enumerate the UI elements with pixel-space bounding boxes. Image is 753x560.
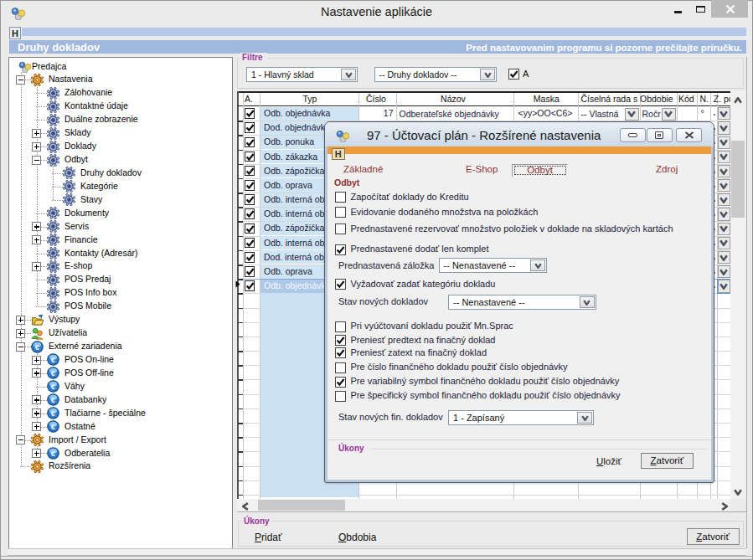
svg-text:€: € bbox=[51, 382, 56, 391]
svg-text:€: € bbox=[51, 368, 56, 378]
svg-text:€: € bbox=[51, 422, 56, 431]
svg-text:€: € bbox=[51, 355, 56, 364]
svg-text:€: € bbox=[51, 408, 56, 418]
svg-text:€: € bbox=[51, 395, 56, 404]
svg-text:€: € bbox=[35, 342, 40, 351]
svg-text:€: € bbox=[51, 449, 56, 458]
